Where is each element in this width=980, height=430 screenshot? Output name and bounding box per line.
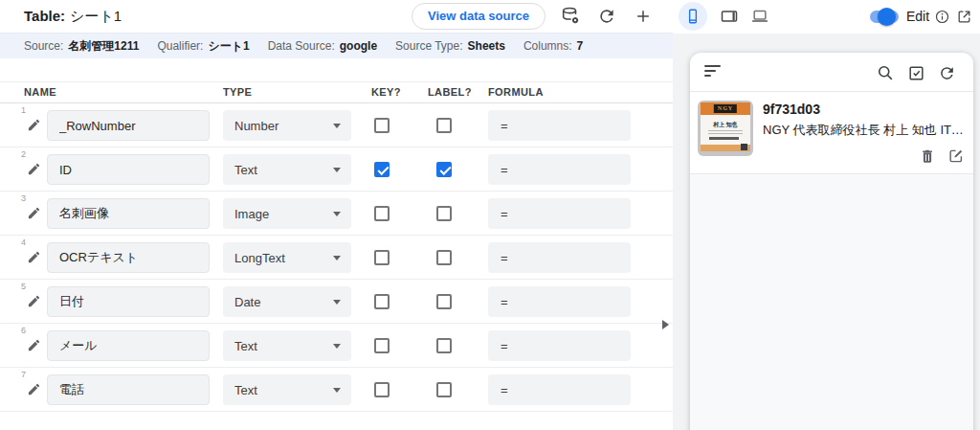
formula-field[interactable]: = (488, 110, 631, 141)
source-pair: Source:名刺管理1211 (24, 38, 139, 55)
preview-toolbar: Edit (673, 0, 980, 34)
column-type-value: Text (234, 163, 257, 177)
row-number: 2 (21, 149, 26, 159)
column-type-select[interactable]: Text (223, 154, 351, 185)
table-title-value: シート1 (70, 8, 122, 24)
edit-mode-label: Edit (906, 0, 929, 34)
chevron-down-icon (333, 212, 341, 216)
open-in-new-icon[interactable] (956, 9, 972, 25)
key-checkbox[interactable] (374, 162, 390, 177)
app-window: Table:シート1 View data source (0, 0, 980, 430)
tablet-icon (720, 7, 739, 26)
formula-field[interactable]: = (488, 154, 631, 185)
label-checkbox[interactable] (436, 118, 452, 133)
label-checkbox[interactable] (436, 250, 452, 265)
label-checkbox[interactable] (436, 382, 452, 397)
header-formula: FORMULA (488, 86, 544, 98)
column-name-input[interactable] (47, 198, 210, 229)
column-name-input[interactable] (47, 110, 210, 141)
table-editor-panel: Table:シート1 View data source (0, 0, 673, 430)
edit-column-icon[interactable] (27, 162, 42, 177)
column-name-input[interactable] (47, 330, 210, 361)
formula-value: = (501, 383, 508, 397)
key-checkbox[interactable] (374, 338, 390, 353)
table-row: 7 Text = (0, 368, 673, 412)
columns-count-pair: Columns:7 (523, 39, 583, 53)
label-checkbox[interactable] (436, 206, 452, 221)
toggle-thumb (878, 8, 896, 26)
table-row: 4 LongText = (0, 236, 673, 280)
edit-column-icon[interactable] (27, 382, 42, 397)
view-data-source-button[interactable]: View data source (412, 3, 546, 30)
data-source-pair: Data Source:google (268, 39, 377, 53)
formula-field[interactable]: = (488, 374, 631, 405)
column-type-select[interactable]: Date (223, 286, 351, 317)
desktop-view-button[interactable] (746, 2, 774, 31)
column-type-select[interactable]: Text (223, 330, 351, 361)
edit-column-icon[interactable] (27, 338, 42, 353)
column-type-select[interactable]: Number (223, 110, 351, 141)
label-checkbox[interactable] (436, 294, 452, 309)
phone-frame: NGY 村上 知也 9f731d03 NGY 代表取締役社長 村上 知也 IT … (690, 53, 973, 430)
row-number: 7 (21, 370, 26, 379)
formula-field[interactable]: = (488, 198, 631, 229)
table-row: 5 Date = (0, 280, 673, 324)
regenerate-structure-icon[interactable] (595, 5, 618, 28)
table-row: 2 Text = (0, 147, 673, 192)
label-checkbox[interactable] (436, 162, 452, 177)
key-checkbox[interactable] (374, 382, 390, 397)
column-type-value: Image (234, 207, 269, 221)
search-icon[interactable] (874, 61, 897, 84)
columns-table: NAME TYPE KEY? LABEL? FORMULA 1 Number =… (0, 81, 673, 412)
columns-table-header: NAME TYPE KEY? LABEL? FORMULA (0, 82, 673, 103)
info-icon[interactable] (934, 9, 950, 25)
thumbnail-logo-bar (709, 137, 738, 140)
formula-value: = (501, 207, 508, 221)
refresh-icon[interactable] (935, 61, 958, 84)
key-checkbox[interactable] (374, 206, 390, 221)
formula-field[interactable]: = (488, 286, 631, 317)
table-title-label: Table: (24, 8, 65, 24)
header-label: LABEL? (428, 86, 472, 98)
column-type-select[interactable]: LongText (223, 242, 351, 273)
edit-column-icon[interactable] (27, 118, 42, 133)
column-name-input[interactable] (47, 286, 210, 317)
business-card-thumbnail: NGY 村上 知也 (698, 101, 753, 156)
select-rows-icon[interactable] (904, 61, 927, 84)
formula-field[interactable]: = (488, 242, 631, 273)
table-row: 3 Image = (0, 192, 673, 236)
column-name-input[interactable] (47, 154, 210, 185)
chevron-down-icon (333, 256, 341, 260)
formula-value: = (501, 295, 508, 309)
key-checkbox[interactable] (374, 294, 390, 309)
label-checkbox[interactable] (436, 338, 452, 353)
row-number: 6 (21, 326, 26, 335)
chevron-down-icon (333, 168, 341, 172)
row-number: 5 (21, 282, 26, 291)
table-header-bar: Table:シート1 View data source (0, 0, 673, 33)
tablet-view-button[interactable] (715, 2, 744, 31)
sort-icon[interactable] (704, 65, 722, 79)
edit-column-icon[interactable] (27, 294, 42, 309)
column-name-input[interactable] (47, 242, 210, 273)
header-type: TYPE (223, 86, 252, 98)
record-list-item[interactable]: NGY 村上 知也 9f731d03 NGY 代表取締役社長 村上 知也 IT … (690, 92, 973, 174)
panel-collapse-arrow-icon[interactable] (662, 320, 669, 329)
column-type-value: Date (234, 295, 260, 309)
edit-column-icon[interactable] (27, 206, 42, 221)
edit-record-icon[interactable] (946, 146, 967, 167)
add-virtual-column-icon[interactable] (632, 5, 655, 28)
column-type-value: Text (234, 339, 257, 353)
column-name-input[interactable] (47, 374, 210, 405)
delete-record-icon[interactable] (917, 146, 938, 167)
edit-mode-toggle[interactable] (870, 11, 899, 23)
key-checkbox[interactable] (374, 118, 390, 133)
formula-field[interactable]: = (488, 330, 631, 361)
mobile-view-button[interactable] (679, 2, 707, 31)
column-type-select[interactable]: Image (223, 198, 351, 229)
row-number: 1 (21, 105, 26, 115)
edit-column-icon[interactable] (27, 250, 42, 265)
data-source-settings-icon[interactable] (559, 5, 582, 28)
column-type-select[interactable]: Text (223, 374, 351, 405)
key-checkbox[interactable] (374, 250, 390, 265)
